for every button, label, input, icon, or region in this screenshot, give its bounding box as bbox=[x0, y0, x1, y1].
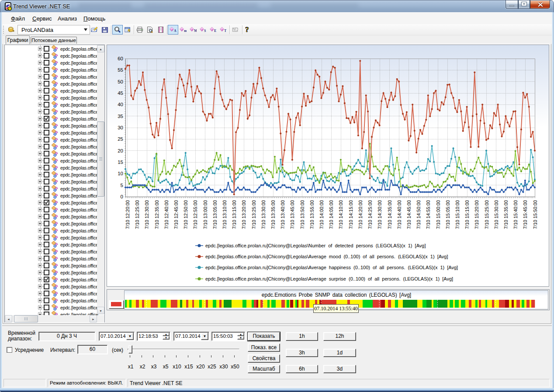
svg-text:5: 5 bbox=[121, 183, 123, 188]
svg-text:7/10 14:00:00: 7/10 14:00:00 bbox=[319, 200, 324, 229]
svg-text:7/10 15:40:00: 7/10 15:40:00 bbox=[513, 200, 518, 229]
svg-text:40: 40 bbox=[118, 102, 123, 107]
svg-text:7/10 13:55:00: 7/10 13:55:00 bbox=[309, 200, 315, 229]
svg-text:m: m bbox=[184, 29, 187, 33]
svg-text:7/10 15:25:00: 7/10 15:25:00 bbox=[484, 200, 489, 229]
svg-text:15: 15 bbox=[118, 160, 123, 165]
svg-text:?: ? bbox=[245, 26, 249, 33]
svg-text:epdc.[legolas.office.prolan.ru: epdc.[legolas.office.prolan.ru]Chicony@L… bbox=[205, 276, 453, 281]
svg-text:7/10 12:50:00: 7/10 12:50:00 bbox=[183, 200, 188, 229]
svg-text:7/10 12:40:00: 7/10 12:40:00 bbox=[164, 200, 169, 229]
svg-text:7/10 15:05:00: 7/10 15:05:00 bbox=[445, 200, 450, 229]
svg-text:7/10 14:10:00: 7/10 14:10:00 bbox=[338, 200, 343, 229]
svg-text:7/10 14:40:00: 7/10 14:40:00 bbox=[397, 200, 402, 229]
svg-text:S: S bbox=[204, 29, 206, 33]
svg-text:7/10 14:55:00: 7/10 14:55:00 bbox=[426, 200, 431, 229]
svg-text:7/10 14:35:00: 7/10 14:35:00 bbox=[387, 200, 392, 229]
svg-text:7/10 14:45:00: 7/10 14:45:00 bbox=[406, 200, 412, 229]
svg-text:25: 25 bbox=[118, 136, 123, 142]
svg-text:20: 20 bbox=[118, 148, 123, 153]
svg-text:epdc.[legolas.office.prolan.ru: epdc.[legolas.office.prolan.ru]Chicony@L… bbox=[205, 254, 448, 259]
svg-text:45: 45 bbox=[118, 90, 123, 96]
svg-text:7/10 12:30:00: 7/10 12:30:00 bbox=[144, 200, 149, 229]
svg-text:7/10 13:10:00: 7/10 13:10:00 bbox=[222, 200, 227, 229]
svg-text:35: 35 bbox=[118, 114, 123, 119]
svg-text:7/10 12:55:00: 7/10 12:55:00 bbox=[193, 200, 198, 229]
svg-text:7/10 15:15:00: 7/10 15:15:00 bbox=[464, 200, 470, 229]
svg-text:10: 10 bbox=[118, 171, 123, 176]
svg-text:epdc.Emotions Probe SNMP data: epdc.Emotions Probe SNMP data collection… bbox=[262, 292, 411, 298]
svg-text:7/10 13:45:00: 7/10 13:45:00 bbox=[290, 200, 295, 229]
svg-text:7/10 13:30:00: 7/10 13:30:00 bbox=[261, 200, 266, 229]
svg-text:7/10 14:15:00: 7/10 14:15:00 bbox=[348, 200, 353, 229]
svg-text:epdc.[legolas.office.prolan.ru: epdc.[legolas.office.prolan.ru]Chicony@L… bbox=[205, 265, 458, 270]
svg-text:7/10 14:30:00: 7/10 14:30:00 bbox=[377, 200, 382, 229]
svg-text:7/10 14:50:00: 7/10 14:50:00 bbox=[416, 200, 421, 229]
svg-text:7/10 12:35:00: 7/10 12:35:00 bbox=[154, 200, 159, 229]
svg-text:7/10 12:20:00: 7/10 12:20:00 bbox=[125, 200, 130, 229]
svg-text:7/10 13:05:00: 7/10 13:05:00 bbox=[212, 200, 218, 229]
svg-text:0: 0 bbox=[121, 194, 123, 199]
svg-text:30: 30 bbox=[118, 125, 123, 130]
svg-text:7/10 13:25:00: 7/10 13:25:00 bbox=[251, 200, 256, 229]
svg-text:epdc.[legolas.office.prolan.ru: epdc.[legolas.office.prolan.ru]Chicony@L… bbox=[205, 243, 426, 248]
svg-text:50: 50 bbox=[118, 79, 123, 84]
svg-text:60: 60 bbox=[118, 56, 123, 61]
svg-text:7/10 14:05:00: 7/10 14:05:00 bbox=[329, 200, 334, 229]
svg-text:7/10 12:45:00: 7/10 12:45:00 bbox=[173, 200, 179, 229]
svg-text:7/10 15:35:00: 7/10 15:35:00 bbox=[503, 200, 509, 229]
svg-text:7/10 13:00:00: 7/10 13:00:00 bbox=[203, 200, 208, 229]
svg-text:7/10 15:20:00: 7/10 15:20:00 bbox=[474, 200, 479, 229]
svg-text:7/10 13:50:00: 7/10 13:50:00 bbox=[300, 200, 305, 229]
svg-text:M: M bbox=[194, 29, 197, 33]
svg-text:7/10 15:30:00: 7/10 15:30:00 bbox=[494, 200, 499, 229]
svg-text:A: A bbox=[174, 29, 177, 33]
svg-text:E: E bbox=[214, 29, 216, 33]
svg-text:T: T bbox=[224, 29, 226, 33]
svg-text:7/10 12:25:00: 7/10 12:25:00 bbox=[135, 200, 140, 229]
svg-text:7/10 13:40:00: 7/10 13:40:00 bbox=[280, 200, 285, 229]
svg-text:7/10 15:10:00: 7/10 15:10:00 bbox=[455, 200, 460, 229]
svg-text:7/10 14:25:00: 7/10 14:25:00 bbox=[367, 200, 373, 229]
svg-text:7/10 13:20:00: 7/10 13:20:00 bbox=[241, 200, 246, 229]
svg-text:7/10 13:15:00: 7/10 13:15:00 bbox=[232, 200, 237, 229]
svg-text:7/10 15:00:00: 7/10 15:00:00 bbox=[436, 200, 441, 229]
svg-text:7/10 15:45:00: 7/10 15:45:00 bbox=[523, 200, 528, 229]
svg-text:55: 55 bbox=[118, 67, 123, 73]
svg-text:7/10 14:20:00: 7/10 14:20:00 bbox=[358, 200, 363, 229]
svg-text:7/10 15:50:00: 7/10 15:50:00 bbox=[533, 200, 538, 229]
svg-text:7/10 13:35:00: 7/10 13:35:00 bbox=[270, 200, 276, 229]
